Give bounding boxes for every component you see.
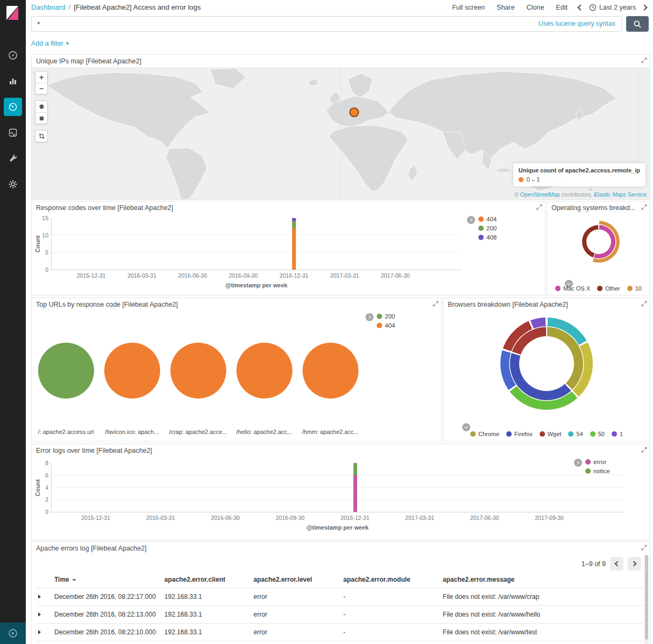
rectangle-select-button[interactable] <box>35 112 47 124</box>
legend-item[interactable]: 200 <box>478 225 497 231</box>
legend-toggle[interactable] <box>467 216 475 224</box>
legend-item[interactable]: 200 <box>377 313 395 320</box>
donut-inner-ring[interactable] <box>582 225 615 258</box>
add-filter-plus-icon[interactable]: + <box>66 40 69 47</box>
panel-title[interactable]: Top URLs by response code [Filebeat Apac… <box>36 301 178 308</box>
row-expand-caret[interactable] <box>38 595 41 599</box>
panel-title[interactable]: Apache errors log [Filebeat Apache2] <box>36 545 147 552</box>
openstreetmap-link[interactable]: OpenStreetMap <box>520 191 560 198</box>
legend-label: Wget <box>548 431 562 437</box>
sidebar-item-management[interactable] <box>4 175 22 193</box>
pie-slice[interactable] <box>170 343 226 399</box>
polygon-select-button[interactable] <box>35 101 47 112</box>
zoom-in-button[interactable]: + <box>35 71 47 83</box>
sidebar-item-visualize[interactable] <box>4 72 22 90</box>
table-scrollbar[interactable] <box>644 555 649 644</box>
col-apache2-error-module[interactable]: apache2.error.module <box>339 573 439 588</box>
browsers-donut-chart[interactable] <box>500 317 593 410</box>
sort-desc-icon[interactable] <box>72 579 76 581</box>
legend-toggle[interactable] <box>462 423 470 431</box>
legend-item[interactable]: notice <box>585 468 610 474</box>
donut-inner-ring[interactable] <box>510 327 583 400</box>
panel-title[interactable]: Operating systems breakd... <box>551 204 635 212</box>
clone-button[interactable]: Clone <box>527 4 544 11</box>
breadcrumb-dashboard-link[interactable]: Dashboard <box>31 3 66 11</box>
legend-item[interactable]: 54 <box>568 431 583 437</box>
bar-segment-error[interactable] <box>353 475 357 512</box>
panel-title[interactable]: Error logs over time [Filebeat Apache2] <box>36 447 152 454</box>
sidebar-item-discover[interactable] <box>4 46 22 64</box>
legend-toggle[interactable] <box>574 459 582 467</box>
prev-page-button[interactable] <box>610 557 623 570</box>
pie-slice[interactable] <box>104 343 160 399</box>
legend-item[interactable]: 50 <box>590 431 605 437</box>
os-donut-chart[interactable] <box>578 221 620 263</box>
search-button[interactable] <box>626 16 649 32</box>
panel-title[interactable]: Unique IPs map [Filebeat Apache2] <box>36 57 141 65</box>
bar-segment-408[interactable] <box>292 218 296 221</box>
row-expand-cell[interactable] <box>37 588 50 606</box>
legend-item[interactable]: error <box>585 459 610 465</box>
legend-item[interactable]: 408 <box>478 234 497 241</box>
legend-swatch <box>478 216 484 222</box>
legend-item[interactable]: Firefox <box>506 431 533 437</box>
row-expand-caret[interactable] <box>38 612 41 617</box>
add-filter-link[interactable]: Add a filter <box>31 40 63 47</box>
expand-panel-icon[interactable] <box>641 204 647 210</box>
y-tick-label: 15 <box>42 215 48 221</box>
sidebar-item-timelion[interactable] <box>4 124 22 142</box>
legend-item[interactable]: 404 <box>478 216 497 222</box>
expand-panel-icon[interactable] <box>641 545 647 551</box>
lucene-syntax-link[interactable]: Uses lucene query syntax <box>539 20 615 27</box>
pie-slice[interactable] <box>38 343 94 399</box>
sidebar-item-dev-tools[interactable] <box>4 149 22 168</box>
time-range-button[interactable]: Last 2 years <box>589 4 636 11</box>
elastic-maps-link[interactable]: Elastic Maps Service <box>594 191 647 198</box>
pie-slice[interactable] <box>236 343 292 399</box>
row-expand-cell[interactable] <box>37 606 50 624</box>
time-back-button[interactable] <box>577 2 584 12</box>
col-apache2-error-client[interactable]: apache2.error.client <box>160 573 249 588</box>
panel-title[interactable]: Response codes over time [Filebeat Apach… <box>36 204 173 212</box>
bar-segment-200[interactable] <box>292 221 296 228</box>
expand-panel-icon[interactable] <box>641 447 647 453</box>
bar-segment-404[interactable] <box>292 228 296 270</box>
col-time[interactable]: Time <box>50 573 160 588</box>
legend-item[interactable]: Wget <box>540 431 562 437</box>
sidebar-collapse-button[interactable] <box>0 623 26 644</box>
legend-toggle[interactable] <box>365 313 374 321</box>
share-button[interactable]: Share <box>497 4 514 11</box>
expand-panel-icon[interactable] <box>433 301 439 307</box>
col-apache2-error-level[interactable]: apache2.error.level <box>249 573 339 588</box>
legend-item[interactable]: 404 <box>377 322 395 329</box>
col-apache2-error-message[interactable]: apache2.error.message <box>439 573 643 588</box>
edit-button[interactable]: Edit <box>556 4 568 11</box>
expand-panel-icon[interactable] <box>641 301 647 307</box>
sidebar-item-dashboard[interactable] <box>4 98 22 116</box>
row-expand-cell[interactable] <box>37 641 50 644</box>
row-expand-caret[interactable] <box>38 630 41 634</box>
full-screen-button[interactable]: Full screen <box>452 4 485 11</box>
map-marker[interactable] <box>350 108 358 117</box>
kibana-logo[interactable] <box>0 0 26 26</box>
legend-item[interactable]: Other <box>597 285 620 292</box>
next-page-button[interactable] <box>628 557 641 570</box>
fit-bounds-button[interactable] <box>35 131 47 142</box>
pie-slice[interactable] <box>303 343 358 399</box>
bar-segment-notice[interactable] <box>353 463 357 475</box>
row-expand-cell[interactable] <box>37 624 50 641</box>
expand-panel-icon[interactable] <box>641 57 647 63</box>
legend-item[interactable]: Chrome <box>470 431 499 437</box>
zoom-out-button[interactable]: − <box>35 83 47 94</box>
time-forward-button[interactable] <box>641 2 648 12</box>
panel-title[interactable]: Browsers breakdown [Filebeat Apache2] <box>448 301 568 308</box>
y-tick-label: 5 <box>45 249 48 256</box>
legend-item[interactable]: 10 <box>627 285 642 292</box>
scrollbar-thumb[interactable] <box>645 555 648 640</box>
world-map[interactable]: + − <box>32 67 650 199</box>
search-input[interactable] <box>31 16 622 32</box>
expand-panel-icon[interactable] <box>536 204 542 210</box>
legend-item[interactable]: 1 <box>612 431 623 437</box>
legend-swatch <box>627 286 633 291</box>
legend-item[interactable]: Mac OS X <box>555 285 590 292</box>
